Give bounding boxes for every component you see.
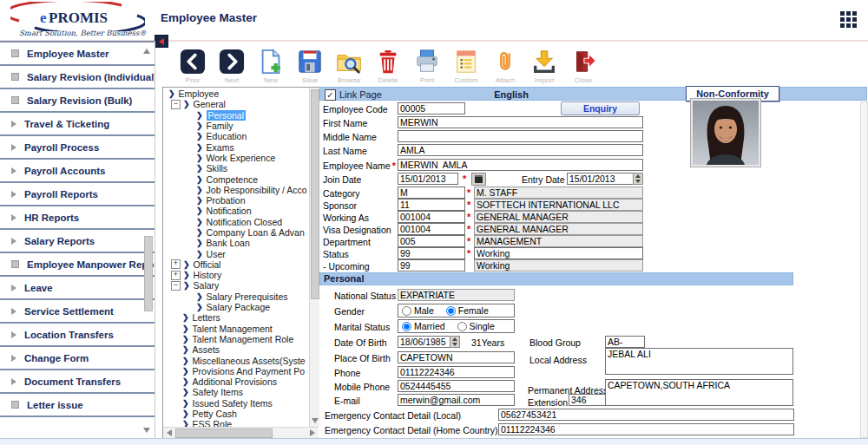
import-button[interactable]: Import <box>529 49 559 84</box>
tree-vscroll-thumb[interactable] <box>311 89 319 299</box>
sidebar-item-employee-manpower-repor[interactable]: Employee Manpower Repor <box>0 253 155 277</box>
tree-item-work-experience[interactable]: ❯Work Experience <box>163 153 309 163</box>
visa-designation-code-input[interactable] <box>398 223 465 235</box>
employee-name-input[interactable] <box>398 159 643 171</box>
tree-hscroll-thumb[interactable] <box>175 429 273 438</box>
working-as-code-input[interactable] <box>398 211 465 223</box>
sidebar-scrollbar-thumb[interactable] <box>144 236 153 311</box>
sidebar-item-employee-master[interactable]: Employee Master <box>0 41 155 66</box>
marital-status-radio-married[interactable] <box>402 322 411 331</box>
sidebar-item-payroll-accounts[interactable]: Payroll Accounts <box>0 160 155 183</box>
save-button[interactable]: Save <box>295 49 325 84</box>
sponsor-code-input[interactable] <box>398 199 465 211</box>
collapse-node-icon[interactable]: − <box>171 100 181 109</box>
tree-item-talent-management[interactable]: ❯Talent Management <box>163 324 309 334</box>
tree-item-competence[interactable]: ❯Competence <box>163 173 309 184</box>
blood-group-input[interactable] <box>605 336 645 348</box>
tree-item-exams[interactable]: ❯Exams <box>163 141 309 152</box>
sidebar-item-leave[interactable]: Leave <box>0 277 155 300</box>
tree-scroll-down-icon[interactable] <box>310 416 319 425</box>
tree-item-probation[interactable]: ❯Probation <box>163 195 309 206</box>
marital-status-option-married[interactable]: Married <box>402 321 445 331</box>
upcoming-code-input[interactable] <box>398 259 465 272</box>
tree-item-education[interactable]: ❯Education <box>163 131 309 141</box>
tree-item-petty-cash[interactable]: ❯Petty Cash <box>163 409 309 419</box>
delete-button[interactable]: Delete <box>373 49 403 84</box>
tree-item-official[interactable]: +❯Official <box>163 259 309 270</box>
gender-radio-female[interactable] <box>446 306 456 316</box>
phone-input[interactable] <box>398 366 515 378</box>
permanent-address-textarea[interactable]: CAPETOWN,SOUTH AFRICA <box>605 379 793 406</box>
category-description-field[interactable] <box>474 187 643 199</box>
mobile-phone-input[interactable] <box>398 380 515 392</box>
employee-code-input[interactable] <box>398 102 465 115</box>
local-address-textarea[interactable]: JEBAL ALI <box>605 348 793 375</box>
collapse-panel-button[interactable] <box>155 35 168 48</box>
sidebar-item-service-settlement[interactable]: Service Settlement <box>0 300 155 324</box>
gender-option-male[interactable]: Male <box>402 305 434 316</box>
tree-item-personal[interactable]: ❯Personal <box>163 110 309 121</box>
gender-radio-male[interactable] <box>402 306 411 316</box>
sidebar-item-travel-ticketing[interactable]: Travel & Ticketing <box>0 113 155 136</box>
tree-item-provisions-and-payment-po[interactable]: ❯Provisions And Payment Po <box>163 366 309 376</box>
status-description-field[interactable] <box>474 247 643 259</box>
sidebar-item-salary-reports[interactable]: Salary Reports <box>0 230 155 253</box>
form-vertical-scrollbar[interactable] <box>860 101 868 438</box>
tree-item-talent-management-role[interactable]: ❯Talent Management Role <box>163 334 309 344</box>
tree-item-safety-items[interactable]: ❯Safety Items <box>163 387 309 397</box>
emergency-local-input[interactable] <box>498 409 794 421</box>
tree-item-notification-closed[interactable]: ❯Notification Closed <box>163 217 309 227</box>
tree-vertical-scrollbar[interactable] <box>309 88 319 427</box>
tree-item-assets[interactable]: ❯Assets <box>163 344 309 355</box>
national-status-input[interactable] <box>398 289 515 301</box>
tree-item-bank-loan[interactable]: ❯Bank Loan <box>163 238 309 248</box>
tree-item-company-loan-advan[interactable]: ❯Company Loan & Advan <box>163 227 309 238</box>
place-of-birth-input[interactable] <box>398 351 515 363</box>
first-name-input[interactable] <box>398 116 643 128</box>
collapse-node-icon[interactable]: − <box>171 281 181 291</box>
category-code-input[interactable] <box>398 187 465 199</box>
apps-grid-icon[interactable] <box>840 11 858 29</box>
join-date-input[interactable] <box>398 173 458 185</box>
tree-item-miscellaneous-assets-syste[interactable]: ❯Miscellaneous Assets(Syste <box>163 355 309 365</box>
visa-designation-description-field[interactable] <box>474 223 643 235</box>
upcoming-description-field[interactable] <box>474 259 643 272</box>
last-name-input[interactable] <box>398 144 643 156</box>
status-code-input[interactable] <box>398 247 465 259</box>
expand-node-icon[interactable]: + <box>171 259 181 269</box>
emergency-home-input[interactable] <box>498 423 794 435</box>
tree-item-issued-safety-items[interactable]: ❯Issued Safety Items <box>163 398 309 409</box>
tree-scroll-left-icon[interactable] <box>164 428 174 437</box>
tree-item-notification[interactable]: ❯Notification <box>163 206 309 216</box>
tree-item-additional-provisions[interactable]: ❯Additional Provisions <box>163 376 309 387</box>
tree-item-employee[interactable]: ❯Employee <box>163 88 309 99</box>
close-button[interactable]: Close <box>569 49 598 84</box>
prior-button[interactable]: Prior <box>178 49 207 84</box>
sidebar-item-payroll-reports[interactable]: Payroll Reports <box>0 183 155 206</box>
marital-status-option-single[interactable]: Single <box>457 321 495 331</box>
extension-input[interactable] <box>569 394 606 406</box>
email-input[interactable] <box>398 394 515 406</box>
next-button[interactable]: Next <box>217 49 247 84</box>
custom-button[interactable]: Custom <box>451 49 481 84</box>
enquiry-button[interactable]: Enquiry <box>561 101 640 115</box>
new-button[interactable]: New <box>256 49 286 84</box>
entry-date-spinner[interactable] <box>633 173 643 185</box>
browse-button[interactable]: Browse <box>334 49 364 84</box>
tree-item-salary-package[interactable]: ❯Salary Package <box>163 302 309 312</box>
gender-option-female[interactable]: Female <box>446 305 489 316</box>
attach-button[interactable]: Attach <box>490 49 520 84</box>
join-date-calendar-button[interactable] <box>471 173 486 186</box>
expand-node-icon[interactable]: + <box>171 271 181 280</box>
tree-item-user[interactable]: ❯User <box>163 248 309 258</box>
sidebar-scroll-down-icon[interactable] <box>141 425 151 435</box>
tree-item-general[interactable]: −❯General <box>163 99 309 109</box>
sidebar-item-letter-issue[interactable]: Letter issue <box>0 394 155 417</box>
tree-item-history[interactable]: +❯History <box>163 270 309 280</box>
tree-item-salary[interactable]: −❯Salary <box>163 280 309 291</box>
tree-item-letters[interactable]: ❯Letters <box>163 312 309 323</box>
entry-date-input[interactable] <box>567 173 643 185</box>
sidebar-item-change-form[interactable]: Change Form <box>0 347 155 370</box>
sidebar-item-document-transfers[interactable]: Document Transfers <box>0 370 155 394</box>
sidebar-scroll-up-icon[interactable] <box>141 46 151 56</box>
